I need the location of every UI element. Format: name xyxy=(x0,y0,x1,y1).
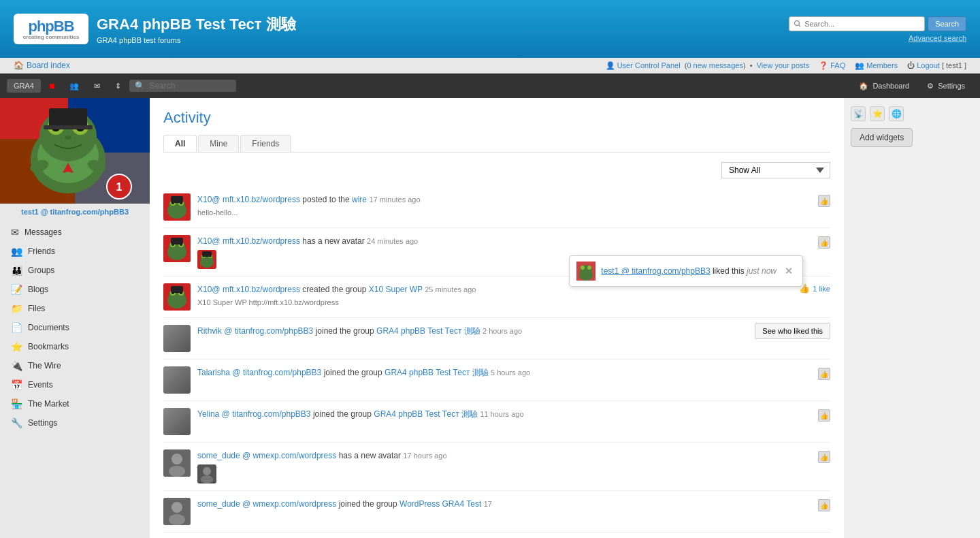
toolbar-arrows-icon[interactable]: ⇕ xyxy=(108,79,128,93)
like-button[interactable]: 👍 xyxy=(818,195,830,207)
activity-user-link-2[interactable]: X10@ xyxy=(197,236,220,246)
new-messages-link[interactable]: 0 new messages xyxy=(687,61,743,69)
tab-friends[interactable]: Friends xyxy=(240,135,291,152)
tab-all[interactable]: All xyxy=(163,135,197,152)
dashboard-icon: 🏠 xyxy=(859,82,868,91)
members-icon: 👥 xyxy=(855,61,864,69)
see-who-tooltip[interactable]: See who liked this xyxy=(755,323,830,339)
activity-target-link-5[interactable]: GRA4 phpBB Test Тест 測驗 xyxy=(385,368,489,377)
sidebar-item-settings[interactable]: 🔧Settings xyxy=(0,413,150,432)
activity-item-yelina: Yelina @ titanfrog.com/phpBB3 joined the… xyxy=(163,401,830,443)
like-button-7[interactable]: 👍 xyxy=(818,451,830,463)
breadcrumb: 🏠 Board index xyxy=(14,61,70,70)
site-subtitle: GRA4 phpBB test forums xyxy=(97,36,296,44)
activity-user-site-4[interactable]: titanfrog.com/phpBB3 xyxy=(235,326,313,336)
search-row: Search xyxy=(789,16,966,31)
toolbar-gra4[interactable]: GRA4 xyxy=(7,79,41,93)
toolbar-dashboard[interactable]: 🏠 Dashboard xyxy=(851,79,917,93)
activity-text: X10@ mft.x10.bz/wordpress posted to the … xyxy=(197,193,811,219)
activity-text-6: Yelina @ titanfrog.com/phpBB3 joined the… xyxy=(197,408,811,420)
activity-avatar xyxy=(163,193,191,221)
settings-icon: 🔧 xyxy=(11,417,22,428)
users-icon: 👥 xyxy=(69,82,79,91)
activity-target-link-4[interactable]: GRA4 phpBB Test Тест 測驗 xyxy=(376,326,480,336)
add-widgets-button[interactable]: Add widgets xyxy=(851,128,913,147)
activity-user-link-5[interactable]: Talarisha @ xyxy=(197,368,241,377)
activity-time-8: 17 xyxy=(484,500,492,508)
activity-user-site-6[interactable]: titanfrog.com/phpBB3 xyxy=(232,409,310,419)
avatar-dude-8 xyxy=(163,498,191,525)
activity-user-link[interactable]: X10@ xyxy=(197,195,220,204)
header-search-input[interactable] xyxy=(789,16,925,31)
sidebar-item-documents[interactable]: 📄Documents xyxy=(0,318,150,337)
sidebar-item-groups[interactable]: 👪Groups xyxy=(0,261,150,280)
faq-link[interactable]: ❓ FAQ xyxy=(819,61,845,70)
sidebar-item-files[interactable]: 📁Files xyxy=(0,299,150,318)
activity-user-link-6[interactable]: Yelina @ xyxy=(197,409,230,419)
advanced-search-link[interactable]: Advanced search xyxy=(909,34,966,42)
activity-text-3: X10@ mft.x10.bz/wordpress created the gr… xyxy=(197,283,792,308)
svg-point-60 xyxy=(169,466,185,477)
star-icon[interactable]: ⭐ xyxy=(870,106,885,121)
sidebar-user-link[interactable]: test1 @ titanfrog.com/phpBB3 xyxy=(0,204,150,220)
toolbar-red-icon[interactable]: ■ xyxy=(42,78,61,94)
activity-target-link-6[interactable]: GRA4 phpBB Test Тест 測驗 xyxy=(374,409,478,419)
the-wire-icon: 🔌 xyxy=(11,360,22,371)
board-index-link[interactable]: Board index xyxy=(27,61,70,70)
activity-user-site-3[interactable]: mft.x10.bz/wordpress xyxy=(223,285,300,294)
like-button-5[interactable]: 👍 xyxy=(818,368,830,380)
events-icon: 📅 xyxy=(11,379,22,390)
view-posts-link[interactable]: View your posts xyxy=(757,61,809,69)
activity-description-6: Yelina @ titanfrog.com/phpBB3 joined the… xyxy=(197,408,811,420)
show-all-select[interactable]: Show All Posts Avatars Groups Members xyxy=(721,162,830,178)
activity-user-site[interactable]: mft.x10.bz/wordpress xyxy=(223,195,300,204)
tooltip-liker-link[interactable]: test1 @ titanfrog.com/phpBB3 xyxy=(601,266,710,276)
activity-target-link-8[interactable]: WordPress GRA4 Test xyxy=(399,499,481,509)
svg-rect-16 xyxy=(49,108,87,127)
sidebar-item-messages[interactable]: ✉Messages xyxy=(0,223,150,242)
globe-icon[interactable]: 🌐 xyxy=(889,106,904,121)
members-link[interactable]: 👥 Members xyxy=(855,61,898,70)
like-button-6[interactable]: 👍 xyxy=(818,409,830,422)
activity-text-8: some_dude @ wmexp.com/wordpress joined t… xyxy=(197,498,811,510)
logo-box[interactable]: phpBB creating communities xyxy=(14,14,88,44)
activity-user-site-5[interactable]: titanfrog.com/phpBB3 xyxy=(243,368,321,377)
header-search-button[interactable]: Search xyxy=(928,16,966,31)
activity-time: 17 minutes ago xyxy=(369,195,420,204)
toolbar-search-input[interactable] xyxy=(149,81,231,91)
tab-mine[interactable]: Mine xyxy=(198,135,239,152)
sidebar-item-events[interactable]: 📅Events xyxy=(0,375,150,394)
logout-link[interactable]: ⏻ Logout [ test1 ] xyxy=(907,61,966,70)
activity-item-somedude: some_dude @ wmexp.com/wordpress has a ne… xyxy=(163,443,830,491)
toolbar-settings[interactable]: ⚙ Settings xyxy=(919,79,973,93)
tooltip-action: liked this xyxy=(713,266,745,276)
activity-user-link-8[interactable]: some_dude @ xyxy=(197,499,250,509)
rss-icon[interactable]: 📡 xyxy=(851,106,866,121)
sidebar-item-bookmarks[interactable]: ⭐Bookmarks xyxy=(0,337,150,356)
sidebar-item-friends[interactable]: 👥Friends xyxy=(0,242,150,261)
tooltip-avatar xyxy=(576,262,595,281)
activity-time-5: 5 hours ago xyxy=(491,368,530,377)
activity-user-site-8[interactable]: wmexp.com/wordpress xyxy=(253,499,337,509)
activity-user-site-2[interactable]: mft.x10.bz/wordpress xyxy=(223,236,300,246)
activity-user-link-7[interactable]: some_dude @ xyxy=(197,451,250,460)
activity-user-site-7[interactable]: wmexp.com/wordpress xyxy=(253,451,337,460)
blogs-icon: 📝 xyxy=(11,284,22,295)
activity-user-link-4[interactable]: Rithvik @ xyxy=(197,326,233,336)
tooltip-close-button[interactable]: ✕ xyxy=(782,266,796,276)
red-square-icon: ■ xyxy=(49,80,54,91)
documents-icon: 📄 xyxy=(11,322,22,333)
toolbar-users-icon[interactable]: 👥 xyxy=(63,79,86,93)
sidebar-item-the-wire[interactable]: 🔌The Wire xyxy=(0,356,150,375)
like-count[interactable]: 👍 1 like xyxy=(799,283,830,294)
activity-target-link-3[interactable]: X10 Super WP xyxy=(369,285,423,294)
activity-target-link[interactable]: wire xyxy=(352,195,367,204)
like-button-2[interactable]: 👍 xyxy=(818,236,830,249)
sidebar-item-blogs[interactable]: 📝Blogs xyxy=(0,280,150,299)
sidebar-item-the-market[interactable]: 🏪The Market xyxy=(0,394,150,413)
nav-right: 👤 User Control Panel (0 new messages) • … xyxy=(606,61,966,70)
activity-user-link-3[interactable]: X10@ xyxy=(197,285,220,294)
toolbar-mail-icon[interactable]: ✉ xyxy=(87,79,107,93)
user-cp-link[interactable]: 👤 User Control Panel (0 new messages) • … xyxy=(606,61,810,70)
like-button-8[interactable]: 👍 xyxy=(818,499,830,511)
